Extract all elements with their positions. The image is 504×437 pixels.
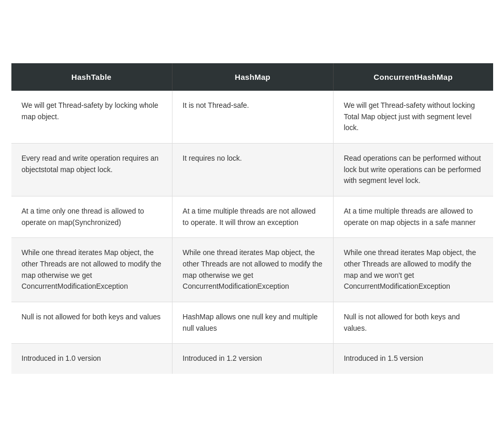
table-row: At a time only one thread is allowed to … — [11, 196, 493, 237]
cell-row0-col2: We will get Thread-safety without lockin… — [333, 91, 493, 144]
cell-row5-col2: Introduced in 1.5 version — [333, 344, 493, 374]
cell-row1-col0: Every read and write operation requires … — [11, 143, 172, 196]
cell-row5-col1: Introduced in 1.2 version — [172, 344, 333, 374]
cell-row3-col2: While one thread iterates Map object, th… — [333, 238, 493, 302]
header-concurrenthashmap: ConcurrentHashMap — [333, 63, 493, 91]
header-hashmap: HashMap — [172, 63, 333, 91]
cell-row0-col1: It is not Thread-safe. — [172, 91, 333, 144]
cell-row5-col0: Introduced in 1.0 version — [11, 344, 172, 374]
cell-row0-col0: We will get Thread-safety by locking who… — [11, 91, 172, 144]
table-row: We will get Thread-safety by locking who… — [11, 91, 493, 144]
cell-row2-col1: At a time multiple threads are not allow… — [172, 196, 333, 237]
table-row: While one thread iterates Map object, th… — [11, 238, 493, 302]
cell-row2-col2: At a time multiple threads are allowed t… — [333, 196, 493, 237]
cell-row1-col2: Read operations can be performed without… — [333, 143, 493, 196]
table-container: HashTable HashMap ConcurrentHashMap We w… — [0, 0, 504, 437]
cell-row1-col1: It requires no lock. — [172, 143, 333, 196]
header-hashtable: HashTable — [11, 63, 172, 91]
cell-row4-col2: Null is not allowed for both keys and va… — [333, 302, 493, 344]
cell-row4-col1: HashMap allows one null key and multiple… — [172, 302, 333, 344]
table-row: Every read and write operation requires … — [11, 143, 493, 196]
cell-row4-col0: Null is not allowed for both keys and va… — [11, 302, 172, 344]
table-row: Null is not allowed for both keys and va… — [11, 302, 493, 344]
cell-row3-col0: While one thread iterates Map object, th… — [11, 238, 172, 302]
cell-row3-col1: While one thread iterates Map object, th… — [172, 238, 333, 302]
comparison-table: HashTable HashMap ConcurrentHashMap We w… — [11, 63, 493, 374]
table-row: Introduced in 1.0 versionIntroduced in 1… — [11, 344, 493, 374]
cell-row2-col0: At a time only one thread is allowed to … — [11, 196, 172, 237]
table-header-row: HashTable HashMap ConcurrentHashMap — [11, 63, 493, 91]
